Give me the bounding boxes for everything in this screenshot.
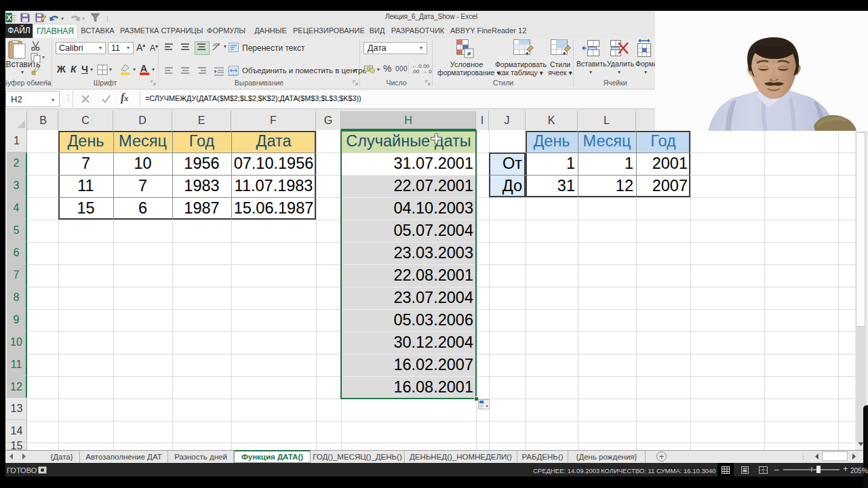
svg-text:ab: ab: [213, 41, 219, 47]
svg-text:≠: ≠: [467, 49, 471, 58]
svg-text:X: X: [7, 14, 12, 22]
